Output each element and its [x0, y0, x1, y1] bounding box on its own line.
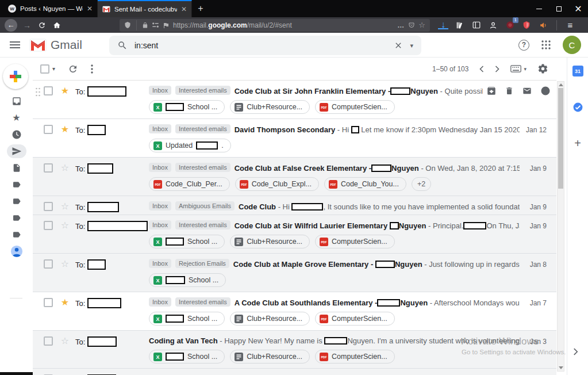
pocket-icon[interactable]: [408, 22, 415, 29]
bookmark-star-icon[interactable]: ☆: [418, 21, 425, 29]
settings-gear-icon[interactable]: [537, 63, 548, 74]
help-icon[interactable]: ?: [518, 40, 529, 51]
row-checkbox[interactable]: [44, 86, 53, 95]
panel-expand-chevron-icon[interactable]: [573, 348, 578, 355]
row-checkbox[interactable]: [44, 125, 53, 134]
star-icon[interactable]: ☆: [60, 259, 70, 269]
vertical-scrollbar[interactable]: [557, 81, 564, 372]
email-row[interactable]: ☆To:Coding at Sir Richard - Happy New Ye…: [33, 369, 556, 375]
older-page-button[interactable]: [495, 66, 499, 72]
star-icon[interactable]: ★: [60, 297, 70, 308]
sidebar-item-label-2[interactable]: [7, 194, 26, 208]
archive-icon[interactable]: [486, 86, 497, 96]
select-all-checkbox[interactable]: [40, 64, 49, 74]
attachment-chip[interactable]: PDFCode_Club_You...: [324, 177, 406, 191]
sound-icon[interactable]: [538, 20, 548, 30]
search-input[interactable]: in:sent: [134, 41, 387, 50]
panel-item-calendar[interactable]: 31: [572, 66, 583, 76]
attachment-chip[interactable]: X School ...: [149, 312, 225, 326]
attachment-chip[interactable]: PDFComputerScien...: [315, 100, 395, 114]
row-checkbox[interactable]: [44, 202, 53, 211]
attachment-chip[interactable]: PDFComputerScien...: [315, 312, 395, 326]
drag-handle[interactable]: [35, 87, 41, 97]
attachment-chip[interactable]: PDFCode_Club_Expl...: [235, 177, 319, 191]
attachment-chip[interactable]: X School ...: [149, 100, 225, 114]
sidebar-item-starred[interactable]: ★: [7, 111, 26, 125]
attachment-chip[interactable]: Club+Resource...: [230, 235, 310, 248]
permissions-icon[interactable]: [152, 22, 159, 28]
attachment-chip[interactable]: Club+Resource...: [230, 350, 310, 363]
row-checkbox[interactable]: [44, 298, 53, 307]
back-button[interactable]: ←: [2, 19, 20, 32]
search-options-caret-icon[interactable]: ▾: [410, 42, 413, 49]
email-row[interactable]: ☆To:InboxAmbiguous EmailsCode Club - Hi …: [33, 196, 556, 215]
snooze-icon[interactable]: [540, 86, 551, 96]
attachment-chip[interactable]: PDFComputerScien...: [315, 235, 395, 248]
input-tools-button[interactable]: ▾: [510, 65, 526, 72]
window-minimize-button[interactable]: [529, 0, 549, 17]
lock-icon[interactable]: [142, 22, 148, 29]
new-tab-button[interactable]: +: [192, 0, 209, 17]
attachment-chip[interactable]: X School ...: [149, 273, 226, 287]
clear-search-icon[interactable]: [394, 41, 403, 50]
tab-wordpress[interactable]: W Posts ‹ Nguyen — Word ✕: [3, 0, 98, 17]
email-row[interactable]: ☆To:InboxInterested emailsCode Club at F…: [33, 158, 556, 196]
tab-close-icon[interactable]: ✕: [87, 5, 93, 12]
label-chip[interactable]: Interested emails: [175, 86, 230, 95]
label-chip[interactable]: Inbox: [149, 201, 171, 211]
reload-button[interactable]: [34, 21, 49, 29]
shield-extension-icon[interactable]: [521, 20, 532, 30]
attachment-chip[interactable]: PDFCode_Club_Per...: [149, 177, 230, 191]
tracking-protection-shield-icon[interactable]: [124, 21, 131, 29]
attachment-chip[interactable]: X School ...: [149, 235, 225, 248]
sidebar-item-label-3[interactable]: [7, 211, 26, 225]
scroll-down-arrow[interactable]: [558, 365, 564, 371]
sidebar-item-drafts[interactable]: [7, 161, 26, 175]
star-icon[interactable]: ☆: [60, 220, 70, 231]
extension-icon[interactable]: 1: [505, 20, 515, 30]
mark-read-icon[interactable]: [522, 86, 532, 95]
label-chip[interactable]: Interested emails: [175, 124, 230, 133]
label-chip[interactable]: Inbox: [149, 163, 171, 172]
email-row[interactable]: ★To:InboxInterested emailsCode Club at S…: [33, 81, 556, 119]
sidebar-item-label-1[interactable]: [7, 178, 26, 192]
newer-page-button[interactable]: [479, 66, 484, 72]
scroll-up-arrow[interactable]: [558, 82, 564, 88]
panel-item-tasks[interactable]: [572, 102, 583, 113]
star-icon[interactable]: ★: [60, 124, 70, 135]
window-close-button[interactable]: ✕: [568, 0, 588, 17]
label-chip[interactable]: Inbox: [149, 124, 171, 133]
sidebar-item-inbox[interactable]: [7, 94, 26, 108]
email-row[interactable]: ☆To:Coding at Van Tech - Happy New Year!…: [33, 331, 556, 369]
more-attachments-chip[interactable]: +2: [412, 177, 431, 191]
row-checkbox[interactable]: [44, 163, 53, 173]
downloads-icon[interactable]: ↓: [438, 21, 448, 29]
label-chip[interactable]: Ambiguous Emails: [175, 201, 235, 211]
attachment-chip[interactable]: X School ...: [149, 350, 225, 363]
account-avatar[interactable]: C: [563, 36, 581, 54]
row-checkbox[interactable]: [44, 336, 53, 346]
home-button[interactable]: [49, 21, 64, 29]
select-caret-icon[interactable]: ▾: [52, 66, 55, 72]
sidebar-item-sent[interactable]: [7, 144, 26, 158]
label-chip[interactable]: Inbox: [149, 259, 171, 268]
more-options-button[interactable]: [91, 64, 93, 74]
email-row[interactable]: ☆To:InboxInterested emailsCode Club at S…: [33, 215, 556, 254]
row-checkbox[interactable]: [44, 259, 53, 269]
refresh-button[interactable]: [68, 64, 78, 74]
label-chip[interactable]: Rejection Emails: [175, 259, 229, 268]
label-chip[interactable]: Interested emails: [175, 297, 230, 307]
attachment-chip[interactable]: PDFComputerScien...: [315, 350, 395, 363]
attachment-chip[interactable]: XUpdated .: [149, 139, 231, 152]
main-menu-icon[interactable]: [10, 41, 21, 48]
page-actions-icon[interactable]: …: [397, 21, 405, 29]
url-text[interactable]: https://mail.google.com/mail/u/2/#sent: [173, 21, 394, 29]
label-chip[interactable]: Inbox: [149, 86, 171, 95]
email-row[interactable]: ★To:InboxInterested emailsDavid Thompson…: [33, 119, 556, 158]
tab-gmail-sent[interactable]: Sent Mail - codeclubvancouver ✕: [98, 0, 192, 17]
compose-button[interactable]: [3, 64, 28, 89]
window-restore-button[interactable]: [549, 0, 568, 17]
star-icon[interactable]: ☆: [60, 201, 70, 212]
panel-item-add[interactable]: +: [574, 138, 581, 150]
delete-icon[interactable]: [505, 86, 514, 96]
